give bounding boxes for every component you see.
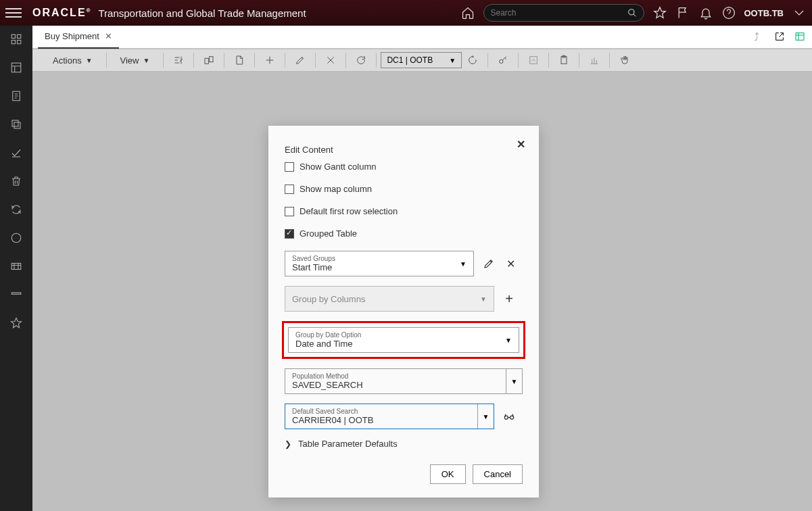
population-method-select[interactable]: Population Method SAVED_SEARCH ▼ bbox=[285, 368, 523, 394]
group-by-date-value: Date and Time bbox=[295, 339, 512, 349]
default-first-row-row[interactable]: Default first row selection bbox=[285, 206, 523, 216]
home-icon[interactable] bbox=[460, 5, 475, 20]
chevron-down-icon[interactable]: ▼ bbox=[506, 369, 522, 393]
sort-icon[interactable] bbox=[168, 51, 189, 69]
edit-content-modal: ✕ Edit Content Show Gantt column Show ma… bbox=[268, 126, 539, 497]
svg-rect-4 bbox=[11, 41, 15, 44]
rail-check-icon[interactable] bbox=[9, 146, 23, 160]
chevron-down-icon: ▼ bbox=[460, 260, 467, 268]
svg-point-16 bbox=[500, 59, 503, 63]
domain-select[interactable]: DC1 | OOTB ▼ bbox=[381, 52, 462, 68]
show-map-checkbox[interactable] bbox=[285, 185, 294, 194]
domain-select-value: DC1 | OOTB bbox=[387, 55, 433, 65]
ok-button[interactable]: OK bbox=[430, 464, 466, 484]
table-param-defaults-expander[interactable]: ❯ Table Parameter Defaults bbox=[285, 439, 523, 449]
rail-star-icon[interactable] bbox=[9, 316, 23, 330]
default-saved-search-value: CARRIER04 | OOTB bbox=[292, 415, 471, 425]
actions-label: Actions bbox=[53, 55, 82, 66]
add-column-icon[interactable]: + bbox=[502, 292, 516, 306]
modal-title: Edit Content bbox=[285, 145, 523, 155]
view-options-icon[interactable] bbox=[794, 31, 807, 43]
glasses-icon[interactable] bbox=[502, 410, 516, 423]
tab-label: Buy Shipment bbox=[45, 31, 99, 41]
close-icon[interactable] bbox=[320, 51, 341, 69]
star-icon[interactable] bbox=[652, 5, 667, 20]
new-icon[interactable] bbox=[229, 51, 250, 69]
chevron-down-icon[interactable]: ▼ bbox=[477, 404, 494, 429]
population-method-value: SAVED_SEARCH bbox=[292, 380, 499, 390]
svg-rect-6 bbox=[11, 63, 21, 72]
refresh-icon[interactable] bbox=[350, 51, 372, 69]
grouped-table-checkbox[interactable] bbox=[285, 229, 294, 239]
rail-table-icon[interactable] bbox=[9, 260, 23, 273]
show-map-label: Show map column bbox=[300, 184, 372, 194]
chevron-down-icon[interactable] bbox=[792, 5, 807, 20]
search-input[interactable] bbox=[491, 8, 627, 18]
menu-toggle[interactable] bbox=[5, 5, 22, 21]
chevron-down-icon: ▼ bbox=[505, 337, 512, 344]
svg-rect-15 bbox=[210, 57, 213, 62]
global-search[interactable] bbox=[483, 4, 644, 22]
help-icon[interactable] bbox=[721, 5, 736, 20]
table-param-defaults-label: Table Parameter Defaults bbox=[298, 439, 398, 449]
chevron-right-icon: ❯ bbox=[285, 439, 291, 449]
saved-groups-select[interactable]: Saved Groups Start Time ▼ bbox=[285, 251, 474, 276]
rail-trash-icon[interactable] bbox=[9, 174, 23, 188]
show-gantt-checkbox[interactable] bbox=[285, 162, 294, 172]
reload-icon[interactable] bbox=[462, 51, 483, 69]
chevron-down-icon: ▼ bbox=[480, 295, 487, 303]
flag-icon[interactable] bbox=[675, 5, 690, 20]
default-first-row-checkbox[interactable] bbox=[285, 207, 294, 216]
group-by-date-label: Group by Date Option bbox=[295, 331, 512, 339]
show-map-row[interactable]: Show map column bbox=[285, 184, 523, 194]
detach-icon[interactable] bbox=[198, 51, 220, 69]
hand-icon[interactable] bbox=[614, 51, 636, 69]
grouped-table-label: Grouped Table bbox=[300, 228, 357, 239]
default-saved-search-select[interactable]: Default Saved Search CARRIER04 | OOTB ▼ bbox=[285, 404, 494, 429]
chart-icon[interactable] bbox=[583, 51, 605, 69]
show-gantt-label: Show Gantt column bbox=[300, 162, 376, 172]
show-gantt-row[interactable]: Show Gantt column bbox=[285, 162, 523, 172]
remove-saved-group-icon[interactable]: ✕ bbox=[504, 257, 517, 270]
tab-close-icon[interactable]: ✕ bbox=[105, 31, 112, 41]
collapse-icon[interactable]: ⤴ bbox=[754, 31, 766, 43]
popout-icon[interactable] bbox=[774, 31, 786, 43]
svg-rect-11 bbox=[11, 264, 21, 270]
rail-copy-icon[interactable] bbox=[9, 118, 23, 131]
rail-info-icon[interactable] bbox=[9, 231, 23, 245]
oracle-logo: ORACLE® bbox=[32, 7, 91, 19]
key-icon[interactable] bbox=[492, 51, 514, 69]
clipboard-icon[interactable] bbox=[553, 51, 575, 69]
group-by-columns-select: Group by Columns ▼ bbox=[285, 286, 494, 312]
user-label[interactable]: OOTB.TB bbox=[744, 8, 784, 18]
compose-icon[interactable] bbox=[523, 51, 544, 69]
population-method-label: Population Method bbox=[292, 372, 499, 380]
plus-icon[interactable] bbox=[259, 51, 281, 69]
rail-notes-icon[interactable] bbox=[9, 89, 23, 103]
actions-menu[interactable]: Actions ▼ bbox=[43, 51, 102, 69]
cancel-button[interactable]: Cancel bbox=[473, 464, 523, 484]
view-menu[interactable]: View ▼ bbox=[111, 51, 160, 69]
grouped-table-row[interactable]: Grouped Table bbox=[285, 228, 523, 239]
app-title: Transportation and Global Trade Manageme… bbox=[98, 7, 306, 19]
modal-close-icon[interactable]: ✕ bbox=[517, 138, 525, 151]
edit-saved-group-icon[interactable] bbox=[482, 257, 496, 270]
group-by-columns-label: Group by Columns bbox=[292, 294, 487, 304]
saved-groups-label: Saved Groups bbox=[292, 255, 467, 262]
app-header: ORACLE® Transportation and Global Trade … bbox=[0, 0, 812, 26]
tab-buy-shipment[interactable]: Buy Shipment ✕ bbox=[38, 26, 119, 49]
default-saved-search-label: Default Saved Search bbox=[292, 408, 471, 415]
search-icon bbox=[627, 8, 637, 18]
edit-icon[interactable] bbox=[289, 51, 311, 69]
svg-rect-12 bbox=[11, 293, 21, 294]
rail-dashboard-icon[interactable] bbox=[9, 32, 23, 46]
rail-layout-icon[interactable] bbox=[9, 61, 23, 74]
rail-keyboard-icon[interactable] bbox=[9, 288, 23, 301]
svg-rect-3 bbox=[18, 34, 21, 38]
toolbar: Actions ▼ View ▼ DC1 | OOTB ▼ bbox=[32, 49, 812, 72]
rail-refresh-icon[interactable] bbox=[9, 203, 23, 216]
view-label: View bbox=[120, 55, 139, 66]
group-by-date-select[interactable]: Group by Date Option Date and Time ▼ bbox=[288, 327, 519, 353]
svg-rect-9 bbox=[12, 120, 18, 126]
bell-icon[interactable] bbox=[698, 5, 713, 20]
